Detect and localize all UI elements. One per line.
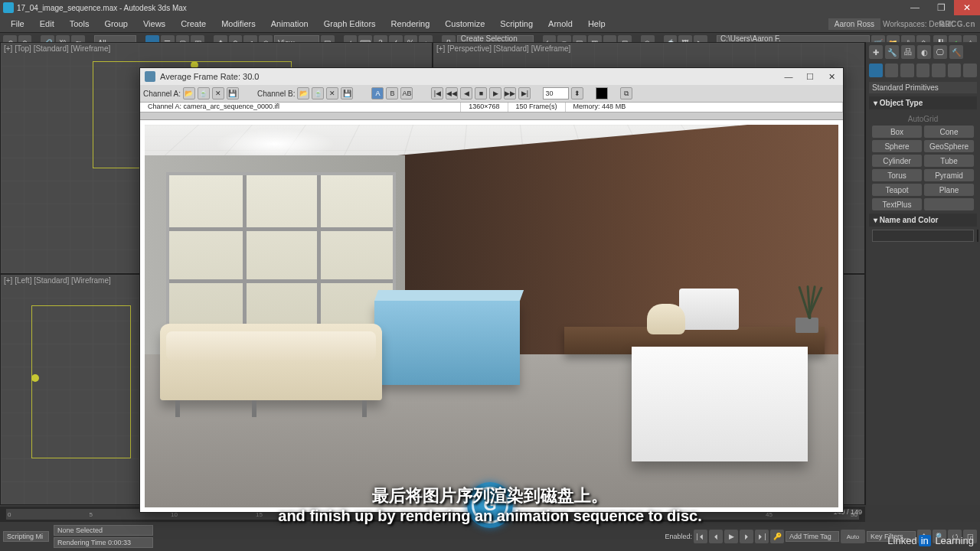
stop-button[interactable]: ■ — [475, 87, 487, 99]
menu-file[interactable]: File — [3, 17, 32, 31]
play-forward-button[interactable]: ▶ — [489, 87, 501, 99]
menu-modifiers[interactable]: Modifiers — [214, 17, 263, 31]
teapot-channel-b-button[interactable]: 🍵 — [312, 87, 324, 99]
viewport-top-label[interactable]: [+] [Top] [Standard] [Wireframe] — [4, 44, 110, 53]
auto-key-button[interactable]: Auto — [841, 530, 865, 543]
add-time-tag[interactable]: Add Time Tag — [786, 531, 839, 542]
safe-frame-rect — [31, 305, 131, 458]
menu-customize[interactable]: Customize — [437, 17, 492, 31]
autogrid-checkbox[interactable]: AutoGrid — [872, 112, 974, 126]
lights-tab-icon[interactable] — [900, 64, 914, 77]
geometry-tab-icon[interactable] — [869, 64, 883, 77]
ram-player-titlebar[interactable]: Average Frame Rate: 30.0 — ☐ ✕ — [140, 68, 843, 85]
prev-frame-button[interactable]: ◀◀ — [446, 87, 458, 99]
goto-start-button[interactable]: |⏴ — [694, 530, 707, 543]
menu-animation[interactable]: Animation — [263, 17, 316, 31]
primitive-box[interactable]: Box — [872, 126, 922, 138]
shapes-tab-icon[interactable] — [885, 64, 899, 77]
show-a-button[interactable]: A — [371, 87, 384, 99]
prev-frame-button[interactable]: ⏴ — [709, 530, 723, 543]
fps-lock-button[interactable]: ⬍ — [571, 87, 583, 99]
spacewarps-tab-icon[interactable] — [948, 64, 962, 77]
show-b-button[interactable]: B — [386, 87, 398, 99]
next-frame-button[interactable]: ⏵ — [740, 530, 753, 543]
cameras-tab-icon[interactable] — [916, 64, 930, 77]
primitive-geosphere[interactable]: GeoSphere — [924, 140, 974, 152]
primitive-sphere[interactable]: Sphere — [872, 140, 922, 152]
menu-views[interactable]: Views — [136, 17, 173, 31]
primitive-torus[interactable]: Torus — [872, 169, 922, 181]
channel-b-label: Channel B: — [257, 90, 295, 98]
close-button[interactable]: ✕ — [954, 0, 980, 15]
primitive-pyramid[interactable]: Pyramid — [924, 169, 974, 181]
maximize-button[interactable]: ❐ — [928, 0, 954, 15]
save-channel-b-button[interactable]: 💾 — [341, 87, 353, 99]
goto-end-button[interactable]: ⏵| — [755, 530, 769, 543]
corner-watermark: RRCG.cn — [939, 20, 975, 28]
play-reverse-button[interactable]: ◀ — [460, 87, 472, 99]
ram-player-scrubber[interactable] — [140, 112, 843, 120]
minimize-button[interactable]: — — [902, 0, 928, 15]
tick: 5 — [90, 511, 93, 518]
key-mode-toggle[interactable]: 🔑 — [770, 530, 784, 543]
ram-close-button[interactable]: ✕ — [822, 70, 841, 83]
tab-utilities-icon[interactable]: 🔨 — [949, 45, 963, 59]
tab-display-icon[interactable]: 🖵 — [933, 45, 947, 59]
primitive-plane[interactable]: Plane — [924, 184, 974, 196]
menu-create[interactable]: Create — [173, 17, 214, 31]
play-button[interactable]: ▶ — [724, 530, 738, 543]
menu-group[interactable]: Group — [96, 17, 136, 31]
object-name-field[interactable] — [872, 230, 974, 242]
tab-create-icon[interactable]: ✚ — [869, 45, 883, 59]
viewport-left-label[interactable]: [+] [Left] [Standard] [Wireframe] — [4, 276, 111, 285]
viewport-persp-label[interactable]: [+] [Perspective] [Standard] [Wireframe] — [436, 44, 570, 53]
last-frame-button[interactable]: ▶| — [518, 87, 531, 99]
open-channel-a-button[interactable]: 📂 — [183, 87, 195, 99]
render-time-status: Rendering Time 0:00:33 — [54, 537, 153, 548]
primitive-tube[interactable]: Tube — [924, 155, 974, 167]
scene-cabinet — [374, 301, 520, 385]
next-frame-button[interactable]: ▶▶ — [504, 87, 516, 99]
menu-tools[interactable]: Tools — [62, 17, 97, 31]
menu-scripting[interactable]: Scripting — [492, 17, 541, 31]
maxscript-mini-listener[interactable]: Scripting Mi — [3, 531, 49, 542]
rollout-object-type[interactable]: ▾ Object Type — [869, 96, 977, 109]
signed-in-user[interactable]: Aaron Ross — [828, 18, 880, 30]
tab-hierarchy-icon[interactable]: 品 — [901, 45, 915, 59]
menu-rendering[interactable]: Rendering — [384, 17, 438, 31]
open-channel-b-button[interactable]: 📂 — [297, 87, 309, 99]
teapot-channel-a-button[interactable]: 🍵 — [198, 87, 210, 99]
tab-modify-icon[interactable]: 🔧 — [885, 45, 899, 59]
primitive-cylinder[interactable]: Cylinder — [872, 155, 922, 167]
object-color-swatch[interactable] — [977, 230, 978, 242]
primitive-teapot[interactable]: Teapot — [872, 184, 922, 196]
first-frame-button[interactable]: |◀ — [431, 87, 443, 99]
bg-color-swatch[interactable] — [596, 87, 608, 99]
info-frames: 150 Frame(s) — [508, 103, 566, 112]
helpers-tab-icon[interactable] — [932, 64, 946, 77]
close-channel-a-button[interactable]: ✕ — [212, 87, 224, 99]
show-ab-button[interactable]: AB — [400, 87, 413, 99]
ram-max-button[interactable]: ☐ — [800, 70, 820, 83]
frame-rate-field[interactable] — [543, 87, 569, 99]
primitive-textplus[interactable]: TextPlus — [872, 198, 922, 210]
tab-motion-icon[interactable]: ◐ — [917, 45, 931, 59]
rollout-name-color[interactable]: ▾ Name and Color — [869, 214, 977, 227]
save-channel-a-button[interactable]: 💾 — [227, 87, 239, 99]
scene-sofa — [160, 324, 382, 400]
menu-grapheditors[interactable]: Graph Editors — [316, 17, 384, 31]
ram-min-button[interactable]: — — [779, 70, 799, 83]
command-panel: ✚ 🔧 品 ◐ 🖵 🔨 Standard Primitives ▾ Object… — [865, 42, 980, 505]
menu-edit[interactable]: Edit — [32, 17, 62, 31]
create-category-dropdown[interactable]: Standard Primitives — [869, 82, 977, 93]
ram-player-icon — [145, 71, 155, 82]
primitive-cone[interactable]: Cone — [924, 126, 974, 138]
close-channel-b-button[interactable]: ✕ — [326, 87, 338, 99]
menu-arnold[interactable]: Arnold — [541, 17, 580, 31]
menu-help[interactable]: Help — [580, 17, 613, 31]
ram-player-title: Average Frame Rate: 30.0 — [160, 72, 259, 81]
copy-button[interactable]: ⧉ — [620, 87, 632, 99]
systems-tab-icon[interactable] — [963, 64, 977, 77]
ram-player-info-bar: Channel A: camera_arc_sequence_0000.ifl … — [140, 102, 843, 112]
channel-a-label: Channel A: — [143, 90, 181, 98]
